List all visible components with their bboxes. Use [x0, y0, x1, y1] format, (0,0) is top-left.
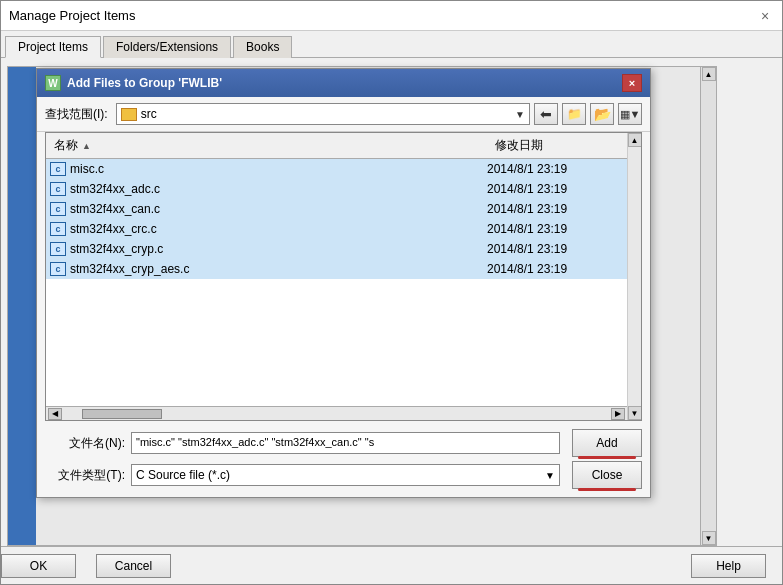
file-name: stm32f4xx_crc.c — [68, 222, 487, 236]
table-row[interactable]: c stm32f4xx_cryp.c 2014/8/1 23:19 — [46, 239, 627, 259]
filename-input[interactable]: "misc.c" "stm32f4xx_adc.c" "stm32f4xx_ca… — [131, 432, 560, 454]
left-strip — [8, 67, 36, 545]
table-row[interactable]: c stm32f4xx_cryp_aes.c 2014/8/1 23:19 — [46, 259, 627, 279]
toolbar-label: 查找范围(I): — [45, 106, 108, 123]
hscroll-left-arrow[interactable]: ◀ — [48, 408, 62, 420]
file-icon: c — [50, 242, 66, 256]
new-folder-button[interactable]: 📂 — [590, 103, 614, 125]
action-buttons: Add — [572, 429, 642, 457]
file-list-vscroll: ▲ ▼ — [627, 133, 641, 420]
hscroll-thumb[interactable] — [82, 409, 162, 419]
outer-vscroll: ▲ ▼ — [700, 67, 716, 545]
filename-label: 文件名(N): — [45, 435, 125, 452]
file-list-with-scroll: 名称 ▲ 修改日期 c misc.c 2014/8/1 23:19 — [45, 132, 642, 421]
scroll-up-arrow[interactable]: ▲ — [702, 67, 716, 81]
nav-up-button[interactable]: 📁 — [562, 103, 586, 125]
folder-select-text: src — [141, 107, 157, 121]
file-date: 2014/8/1 23:19 — [487, 162, 627, 176]
outer-title-bar: Manage Project Items × — [1, 1, 782, 31]
vscroll-down-arrow[interactable]: ▼ — [628, 406, 642, 420]
cancel-button[interactable]: Cancel — [96, 554, 171, 578]
file-icon: c — [50, 182, 66, 196]
file-date: 2014/8/1 23:19 — [487, 242, 627, 256]
tabs-bar: Project Items Folders/Extensions Books — [1, 31, 782, 58]
tab-folders-extensions[interactable]: Folders/Extensions — [103, 36, 231, 58]
filetype-label: 文件类型(T): — [45, 467, 125, 484]
file-icon: c — [50, 202, 66, 216]
file-date: 2014/8/1 23:19 — [487, 202, 627, 216]
col-name-header: 名称 ▲ — [46, 135, 487, 156]
table-row[interactable]: c stm32f4xx_crc.c 2014/8/1 23:19 — [46, 219, 627, 239]
close-button[interactable]: Close — [572, 461, 642, 489]
hscroll-right-arrow[interactable]: ▶ — [611, 408, 625, 420]
tab-books[interactable]: Books — [233, 36, 292, 58]
file-name: stm32f4xx_can.c — [68, 202, 487, 216]
close-btn-wrapper: Close — [572, 461, 642, 489]
file-date: 2014/8/1 23:19 — [487, 222, 627, 236]
filetype-row: 文件类型(T): C Source file (*.c) ▼ Close — [45, 461, 642, 489]
sort-icon: ▲ — [82, 141, 91, 151]
main-content: ▲ ▼ W Add Files to Group 'FWLIB' × 查找范围(… — [1, 58, 782, 546]
vscroll-up-arrow[interactable]: ▲ — [628, 133, 642, 147]
table-row[interactable]: c stm32f4xx_adc.c 2014/8/1 23:19 — [46, 179, 627, 199]
file-date: 2014/8/1 23:19 — [487, 262, 627, 276]
file-name: stm32f4xx_adc.c — [68, 182, 487, 196]
toolbar-row: 查找范围(I): src ▼ ⬅ 📁 📂 ▦▼ — [37, 97, 650, 132]
folder-icon — [121, 108, 137, 121]
file-icon: c — [50, 222, 66, 236]
file-name: misc.c — [68, 162, 487, 176]
inner-dialog: W Add Files to Group 'FWLIB' × 查找范围(I): … — [36, 68, 651, 498]
tab-project-items[interactable]: Project Items — [5, 36, 101, 58]
add-button[interactable]: Add — [572, 429, 642, 457]
file-list-scroll[interactable]: c misc.c 2014/8/1 23:19 c stm32f4xx_adc.… — [46, 159, 627, 406]
file-name: stm32f4xx_cryp.c — [68, 242, 487, 256]
inner-dialog-body: 查找范围(I): src ▼ ⬅ 📁 📂 ▦▼ — [37, 97, 650, 497]
folder-dropdown-arrow: ▼ — [515, 109, 525, 120]
inner-close-button[interactable]: × — [622, 74, 642, 92]
filetype-dropdown-arrow: ▼ — [545, 470, 555, 481]
file-icon: c — [50, 162, 66, 176]
outer-title-text: Manage Project Items — [9, 8, 135, 23]
ok-button[interactable]: OK — [1, 554, 76, 578]
inner-dialog-icon: W — [45, 75, 61, 91]
file-date: 2014/8/1 23:19 — [487, 182, 627, 196]
hscroll-bar[interactable]: ◀ ▶ — [46, 406, 627, 420]
bottom-bar: OK Cancel Help — [1, 546, 782, 584]
inner-title-bar: W Add Files to Group 'FWLIB' × — [37, 69, 650, 97]
inner-dialog-title: Add Files to Group 'FWLIB' — [67, 76, 622, 90]
outer-window: Manage Project Items × Project Items Fol… — [0, 0, 783, 585]
table-row[interactable]: c stm32f4xx_can.c 2014/8/1 23:19 — [46, 199, 627, 219]
filetype-select[interactable]: C Source file (*.c) ▼ — [131, 464, 560, 486]
table-row[interactable]: c misc.c 2014/8/1 23:19 — [46, 159, 627, 179]
help-button[interactable]: Help — [691, 554, 766, 578]
file-icon: c — [50, 262, 66, 276]
file-list-inner: 名称 ▲ 修改日期 c misc.c 2014/8/1 23:19 — [46, 133, 627, 420]
outer-close-button[interactable]: × — [756, 7, 774, 25]
bottom-fields: 文件名(N): "misc.c" "stm32f4xx_adc.c" "stm3… — [37, 425, 650, 497]
view-menu-button[interactable]: ▦▼ — [618, 103, 642, 125]
col-date-header: 修改日期 — [487, 135, 627, 156]
folder-select[interactable]: src ▼ — [116, 103, 530, 125]
nav-back-button[interactable]: ⬅ — [534, 103, 558, 125]
file-name: stm32f4xx_cryp_aes.c — [68, 262, 487, 276]
scroll-down-arrow[interactable]: ▼ — [702, 531, 716, 545]
filename-row: 文件名(N): "misc.c" "stm32f4xx_adc.c" "stm3… — [45, 429, 642, 457]
file-list-header: 名称 ▲ 修改日期 — [46, 133, 627, 159]
